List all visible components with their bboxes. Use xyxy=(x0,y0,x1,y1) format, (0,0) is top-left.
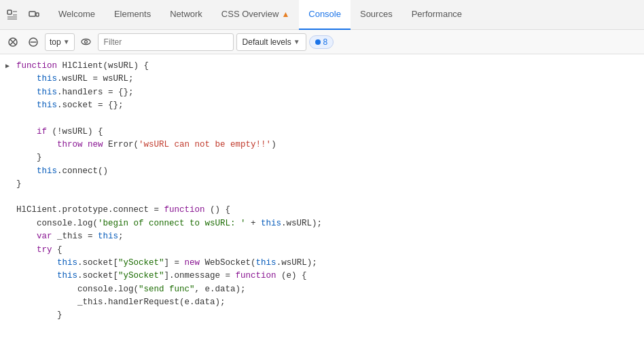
badge-dot xyxy=(315,39,321,45)
eye-icon-button[interactable] xyxy=(77,33,95,51)
code-line: console.log('begin of connect to wsURL: … xyxy=(0,217,644,230)
svg-rect-0 xyxy=(7,10,12,14)
inspect-element-button[interactable] xyxy=(3,5,22,24)
css-overview-icon: ▲ xyxy=(281,10,289,19)
levels-dropdown-arrow: ▼ xyxy=(293,38,300,46)
svg-rect-1 xyxy=(29,12,35,16)
code-line: this.connect() xyxy=(0,165,644,178)
tab-welcome[interactable]: Welcome xyxy=(49,0,105,30)
svg-rect-2 xyxy=(36,13,39,16)
code-line: throw new Error('wsURL can not be empty!… xyxy=(0,139,644,151)
code-line: this.wsURL = wsURL; xyxy=(0,73,644,86)
code-line: } xyxy=(0,309,644,322)
code-line: this.handlers = {}; xyxy=(0,86,644,99)
tab-console[interactable]: Console xyxy=(299,0,351,30)
block-icon-button[interactable] xyxy=(24,33,42,51)
code-line: this.socket = {}; xyxy=(0,99,644,112)
console-code-area[interactable]: ▶ function HlClient(wsURL) { this.wsURL … xyxy=(0,54,644,362)
code-line: try { xyxy=(0,244,644,257)
code-line: this.socket["ySocket"] = new WebSocket(t… xyxy=(0,257,644,270)
code-line: var _this = this; xyxy=(0,230,644,243)
tab-bar: Welcome Elements Network CSS Overview ▲ … xyxy=(0,0,644,30)
device-toolbar-button[interactable] xyxy=(24,5,43,24)
code-line xyxy=(0,113,644,126)
svg-point-6 xyxy=(85,41,88,43)
svg-point-5 xyxy=(82,39,90,45)
code-line: } xyxy=(0,178,644,191)
tab-performance[interactable]: Performance xyxy=(402,0,471,30)
context-selector[interactable]: top ▼ xyxy=(45,33,75,51)
context-dropdown-arrow: ▼ xyxy=(63,38,70,46)
filter-input[interactable] xyxy=(98,33,234,51)
code-line: if (!wsURL) { xyxy=(0,126,644,139)
message-count-badge[interactable]: 8 xyxy=(309,35,334,49)
code-line: } xyxy=(0,151,644,164)
clear-console-button[interactable] xyxy=(4,33,22,51)
code-line: _this.handlerRequest(e.data); xyxy=(0,296,644,309)
expand-arrow[interactable]: ▶ xyxy=(5,61,15,72)
console-toolbar: top ▼ Default levels ▼ 8 xyxy=(0,30,644,54)
tab-sources[interactable]: Sources xyxy=(351,0,402,30)
tab-elements[interactable]: Elements xyxy=(105,0,160,30)
code-line xyxy=(0,191,644,204)
log-levels-selector[interactable]: Default levels ▼ xyxy=(236,33,306,51)
tab-network[interactable]: Network xyxy=(160,0,212,30)
tab-css-overview[interactable]: CSS Overview ▲ xyxy=(212,0,299,30)
code-line: this.socket["ySocket"].onmessage = funct… xyxy=(0,270,644,283)
code-line: HlClient.prototype.connect = function ()… xyxy=(0,204,644,217)
tab-icon-group xyxy=(3,5,43,24)
code-line: console.log("send func", e.data); xyxy=(0,283,644,296)
code-line: ▶ function HlClient(wsURL) { xyxy=(0,60,644,73)
